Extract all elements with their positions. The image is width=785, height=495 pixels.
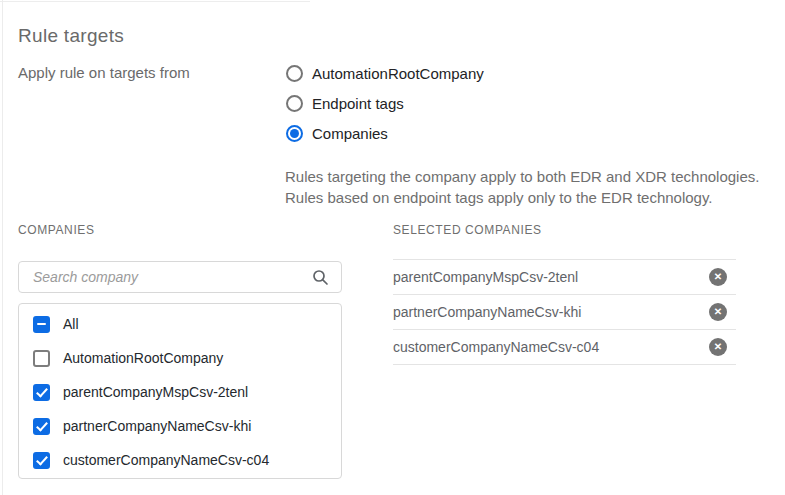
targets-description: Rules targeting the company apply to bot…	[285, 166, 759, 208]
radio-icon[interactable]	[286, 125, 303, 142]
checkbox-unchecked-icon[interactable]	[33, 350, 50, 367]
checkbox-indeterminate-icon[interactable]	[33, 316, 50, 333]
company-search-input[interactable]	[19, 262, 312, 292]
selected-row-customer-company: customerCompanyNameCsv-c04 ✕	[393, 329, 736, 365]
selected-row-parent-company: parentCompanyMspCsv-2tenl ✕	[393, 259, 736, 294]
panel-left-border	[2, 0, 3, 495]
targets-description-line1: Rules targeting the company apply to bot…	[285, 166, 759, 187]
x-glyph: ✕	[714, 342, 722, 352]
company-row-customer-company[interactable]: customerCompanyNameCsv-c04	[19, 443, 341, 477]
x-glyph: ✕	[714, 272, 722, 282]
apply-rule-label: Apply rule on targets from	[18, 64, 190, 81]
selected-company-name: partnerCompanyNameCsv-khi	[393, 304, 581, 320]
company-row-all[interactable]: All	[19, 307, 341, 341]
magnifier-icon	[312, 269, 329, 286]
radio-icon[interactable]	[286, 65, 303, 82]
checkbox-checked-icon[interactable]	[33, 452, 50, 469]
company-row-parent-company[interactable]: parentCompanyMspCsv-2tenl	[19, 375, 341, 409]
radio-endpoint-tags[interactable]: Endpoint tags	[286, 94, 484, 113]
radio-icon[interactable]	[286, 95, 303, 112]
company-checkbox-list: All AutomationRootCompany parentCompanyM…	[18, 303, 342, 479]
radio-automation-root-company[interactable]: AutomationRootCompany	[286, 64, 484, 83]
radio-companies[interactable]: Companies	[286, 124, 484, 143]
selected-row-partner-company: partnerCompanyNameCsv-khi ✕	[393, 294, 736, 329]
company-row-label: customerCompanyNameCsv-c04	[63, 452, 269, 468]
company-row-automation-root-company[interactable]: AutomationRootCompany	[19, 341, 341, 375]
selected-company-name: parentCompanyMspCsv-2tenl	[393, 269, 578, 285]
company-search-box[interactable]	[18, 261, 342, 293]
x-circle-icon[interactable]: ✕	[709, 338, 727, 356]
company-row-label: partnerCompanyNameCsv-khi	[63, 418, 251, 434]
company-row-label: AutomationRootCompany	[63, 350, 223, 366]
selected-companies-heading: SELECTED COMPANIES	[393, 223, 542, 237]
x-circle-icon[interactable]: ✕	[709, 268, 727, 286]
checkbox-checked-icon[interactable]	[33, 418, 50, 435]
company-row-label: All	[63, 316, 79, 332]
companies-heading: COMPANIES	[18, 223, 95, 237]
radio-label: AutomationRootCompany	[312, 65, 484, 82]
company-row-label: parentCompanyMspCsv-2tenl	[63, 384, 248, 400]
x-glyph: ✕	[714, 307, 722, 317]
selected-company-name: customerCompanyNameCsv-c04	[393, 339, 599, 355]
target-type-radio-group: AutomationRootCompany Endpoint tags Comp…	[286, 64, 484, 143]
radio-label: Companies	[312, 125, 388, 142]
page-title: Rule targets	[18, 24, 124, 48]
checkbox-checked-icon[interactable]	[33, 384, 50, 401]
targets-description-line2: Rules based on endpoint tags apply only …	[285, 187, 759, 208]
selected-companies-list: parentCompanyMspCsv-2tenl ✕ partnerCompa…	[393, 259, 736, 365]
radio-label: Endpoint tags	[312, 95, 404, 112]
company-row-partner-company[interactable]: partnerCompanyNameCsv-khi	[19, 409, 341, 443]
panel-top-border	[0, 1, 310, 2]
x-circle-icon[interactable]: ✕	[709, 303, 727, 321]
